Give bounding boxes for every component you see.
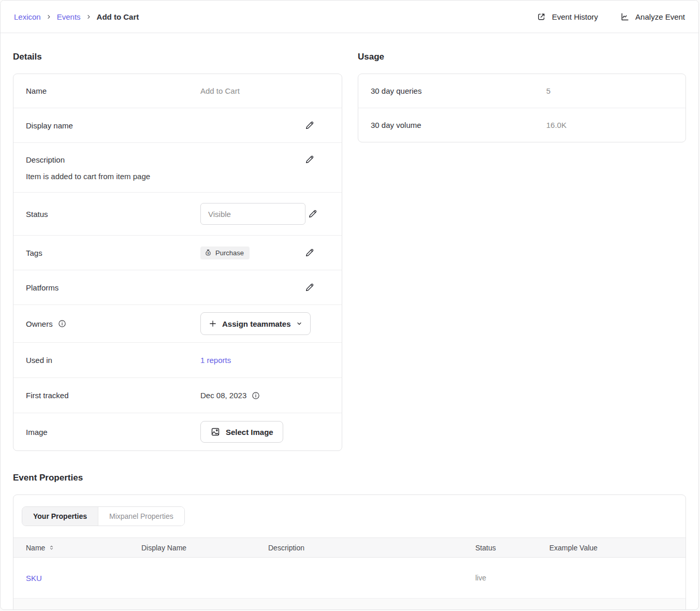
detail-row-tags: Tags $ Purchase — [13, 235, 342, 270]
edit-platforms-button[interactable] — [302, 280, 317, 295]
edit-display-name-button[interactable] — [302, 118, 317, 133]
tab-mixpanel-properties[interactable]: Mixpanel Properties — [98, 507, 184, 526]
name-value: Add to Cart — [200, 86, 240, 95]
chevron-right-icon — [46, 14, 52, 20]
column-display-name: Display Name — [141, 544, 268, 552]
tags-label: Tags — [26, 249, 200, 257]
column-description: Description — [268, 544, 475, 552]
assign-teammates-button[interactable]: Assign teammates — [200, 312, 311, 335]
image-icon — [210, 427, 221, 437]
top-bar: Lexicon Events Add to Cart Event History — [1, 1, 698, 33]
top-actions: Event History Analyze Event — [536, 12, 685, 22]
app-frame: Lexicon Events Add to Cart Event History — [0, 0, 699, 610]
svg-text:$: $ — [207, 252, 209, 255]
detail-row-description: Description Item is added to ca — [13, 142, 342, 192]
detail-row-platforms: Platforms — [13, 270, 342, 304]
event-history-button[interactable]: Event History — [536, 12, 598, 22]
owners-label: Owners — [26, 319, 200, 328]
properties-table-header: Name Display Name Description Status Exa — [13, 537, 686, 558]
edit-description-button[interactable] — [302, 152, 317, 167]
image-label: Image — [26, 428, 200, 437]
property-row-scroll[interactable]: Scroll % live — [13, 598, 686, 610]
property-status: live — [475, 574, 549, 582]
detail-row-first-tracked: First tracked Dec 08, 2023 — [13, 377, 342, 413]
edit-status-button[interactable] — [305, 207, 320, 221]
properties-tab-group: Your Properties Mixpanel Properties — [22, 506, 185, 526]
detail-row-used-in: Used in 1 reports — [13, 342, 342, 377]
select-image-button[interactable]: Select Image — [200, 421, 283, 443]
breadcrumb-current: Add to Cart — [97, 12, 139, 21]
edit-tags-button[interactable] — [302, 245, 317, 260]
tag-purchase[interactable]: $ Purchase — [200, 246, 250, 259]
column-name: Name — [26, 544, 45, 552]
tab-your-properties[interactable]: Your Properties — [22, 507, 98, 526]
detail-row-owners: Owners — [13, 304, 342, 342]
event-history-label: Event History — [552, 12, 598, 21]
column-status: Status — [475, 544, 549, 552]
property-row-sku[interactable]: SKU live — [13, 558, 686, 598]
usage-row-volume: 30 day volume 16.0K — [358, 108, 686, 142]
first-tracked-value: Dec 08, 2023 — [200, 391, 246, 400]
details-card: Name Add to Cart Display name — [13, 74, 342, 451]
usage-row-queries: 30 day queries 5 — [358, 74, 686, 108]
queries-value: 5 — [546, 86, 550, 95]
details-title: Details — [13, 52, 342, 62]
details-section: Details Name Add to Cart Display name — [13, 46, 342, 451]
detail-row-name: Name Add to Cart — [13, 74, 342, 108]
analyze-event-button[interactable]: Analyze Event — [620, 12, 685, 22]
plus-icon — [209, 319, 217, 328]
volume-label: 30 day volume — [371, 121, 546, 129]
used-in-label: Used in — [26, 356, 200, 365]
pencil-icon — [304, 120, 315, 130]
main-content: Details Name Add to Cart Display name — [1, 33, 698, 610]
event-properties-section: Event Properties Your Properties Mixpane… — [13, 473, 686, 610]
column-example-value: Example Value — [549, 544, 686, 552]
usage-title: Usage — [358, 52, 686, 62]
chevron-down-icon — [296, 321, 302, 327]
pencil-icon — [304, 154, 315, 165]
assign-teammates-label: Assign teammates — [222, 319, 291, 328]
queries-label: 30 day queries — [371, 86, 546, 95]
first-tracked-label: First tracked — [26, 391, 200, 400]
detail-row-status: Status — [13, 192, 342, 235]
description-label: Description — [26, 155, 65, 164]
detail-row-display-name: Display name — [13, 108, 342, 142]
status-label: Status — [26, 210, 200, 219]
chevron-right-icon — [86, 14, 92, 20]
sort-name-button[interactable] — [48, 544, 55, 551]
volume-value: 16.0K — [546, 121, 566, 129]
property-name-link[interactable]: SKU — [13, 574, 141, 583]
external-link-icon — [536, 12, 546, 22]
event-properties-card: Your Properties Mixpanel Properties Name — [13, 494, 686, 610]
breadcrumb-link-events[interactable]: Events — [57, 12, 81, 21]
used-in-reports-link[interactable]: 1 reports — [200, 356, 231, 365]
info-icon[interactable] — [251, 391, 260, 400]
breadcrumb-link-lexicon[interactable]: Lexicon — [14, 12, 41, 21]
name-label: Name — [26, 86, 200, 95]
owners-label-text: Owners — [26, 319, 53, 328]
pencil-icon — [308, 209, 318, 219]
money-bag-icon: $ — [205, 249, 212, 256]
analyze-event-label: Analyze Event — [635, 12, 685, 21]
tag-label: Purchase — [215, 249, 244, 257]
status-input[interactable] — [200, 203, 305, 225]
select-image-label: Select Image — [226, 428, 273, 437]
line-chart-icon — [620, 12, 630, 22]
display-name-label: Display name — [26, 121, 200, 130]
info-icon[interactable] — [57, 319, 67, 328]
event-properties-title: Event Properties — [13, 473, 686, 483]
description-value: Item is added to cart from item page — [26, 172, 329, 181]
usage-section: Usage 30 day queries 5 30 day volume 16.… — [358, 46, 686, 142]
usage-card: 30 day queries 5 30 day volume 16.0K — [358, 74, 686, 142]
properties-tabs-wrap: Your Properties Mixpanel Properties — [13, 495, 686, 537]
detail-row-image: Image Select Image — [13, 413, 342, 450]
pencil-icon — [304, 282, 315, 293]
sort-arrows-icon — [48, 544, 55, 551]
breadcrumb: Lexicon Events Add to Cart — [14, 12, 139, 21]
platforms-label: Platforms — [26, 283, 200, 292]
pencil-icon — [304, 248, 315, 258]
